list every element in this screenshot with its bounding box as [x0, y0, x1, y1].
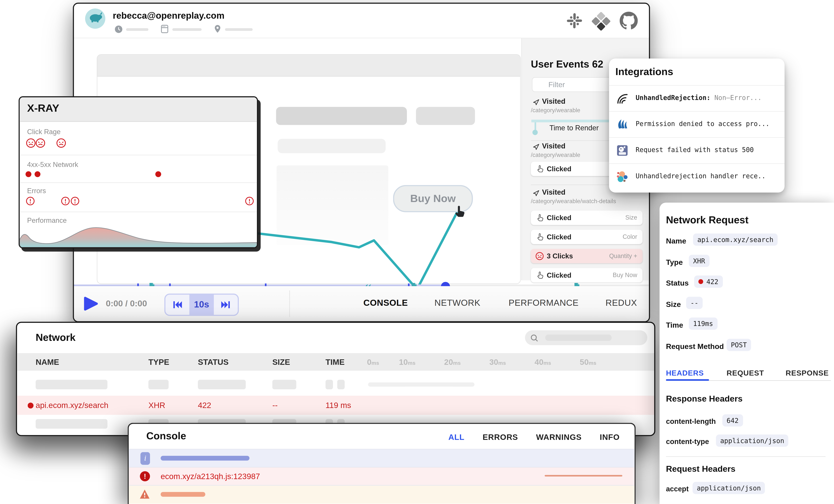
- request-type-value: XHR: [689, 255, 709, 267]
- col-time[interactable]: TIME: [326, 357, 345, 367]
- stage-navbar-skeleton: [97, 55, 520, 76]
- col-size[interactable]: SIZE: [272, 357, 290, 367]
- error-icon[interactable]: [25, 196, 35, 206]
- waves-icon: [616, 119, 628, 130]
- network-error-row[interactable]: api.ecom.xyz/search XHR 422 -- 119 ms: [17, 396, 654, 415]
- skip-back-button[interactable]: [166, 294, 190, 315]
- network-request-panel: Network Request Name api.ecom.xyz/search…: [659, 202, 834, 504]
- integration-item[interactable]: Request failed with status 500: [609, 137, 784, 164]
- warning-icon: [139, 489, 150, 499]
- console-tab-errors[interactable]: ERRORS: [483, 432, 518, 441]
- request-method-value: POST: [727, 339, 751, 351]
- error-icon: !: [140, 471, 150, 481]
- hand-pointer-icon: [535, 164, 544, 173]
- tab-performance[interactable]: PERFORMANCE: [509, 298, 578, 308]
- waterfall-bar: [368, 382, 475, 387]
- tab-redux[interactable]: REDUX: [606, 298, 637, 308]
- header-key: content-type: [666, 438, 709, 446]
- time-tick: 0ms: [367, 357, 379, 367]
- xray-panel: X-RAY Click Rage 4xx-5xx Network Errors …: [19, 96, 258, 248]
- time-tick: 50ms: [580, 357, 596, 367]
- rage-face-icon[interactable]: [25, 138, 36, 148]
- user-events-count: 62: [592, 59, 603, 70]
- info-icon: i: [140, 452, 150, 465]
- user-events-title: User Events 62: [531, 59, 603, 70]
- location-pin-icon: [213, 24, 222, 33]
- tab-headers[interactable]: HEADERS: [666, 369, 704, 377]
- visited-icon: [532, 98, 540, 106]
- stage-title-skeleton: [276, 107, 407, 125]
- hand-pointer-icon: [535, 271, 544, 279]
- event-label[interactable]: Visited: [542, 188, 565, 196]
- active-tab-underline: [666, 379, 709, 381]
- hand-pointer-icon: [535, 213, 544, 222]
- event-target: Size: [626, 214, 637, 221]
- rage-face-icon[interactable]: [35, 138, 46, 148]
- skip-interval-label: 10s: [190, 294, 214, 315]
- network-search-input[interactable]: [525, 330, 648, 345]
- field-label: Type: [666, 258, 683, 266]
- tab-network[interactable]: NETWORK: [435, 298, 481, 308]
- warning-message-skeleton: [161, 492, 205, 497]
- visited-icon: [532, 143, 540, 150]
- tab-response[interactable]: RESPONSE: [786, 369, 829, 377]
- event-label[interactable]: Visited: [542, 142, 565, 150]
- console-error-row[interactable]: ! ecom.xyz/a213qh.js:123987: [129, 467, 634, 486]
- console-tab-all[interactable]: ALL: [448, 432, 465, 441]
- tab-console[interactable]: CONSOLE: [363, 298, 408, 308]
- console-tab-warnings[interactable]: WARNINGS: [536, 432, 582, 441]
- session-header: rebecca@openreplay.com: [74, 4, 649, 38]
- rage-face-icon[interactable]: [56, 138, 66, 148]
- session-user-email: rebecca@openreplay.com: [113, 10, 224, 21]
- play-button[interactable]: [84, 296, 98, 311]
- col-name[interactable]: NAME: [36, 357, 59, 367]
- error-icon[interactable]: [70, 196, 80, 206]
- controls-divider: [289, 290, 290, 317]
- event-label[interactable]: Time to Render: [550, 124, 599, 132]
- integration-item[interactable]: Permission denied to access pro...: [609, 111, 784, 138]
- click-rage-label: Click Rage: [27, 128, 61, 136]
- error-icon[interactable]: [61, 196, 70, 206]
- col-type[interactable]: TYPE: [149, 357, 169, 367]
- network-error-dot[interactable]: [25, 171, 31, 177]
- status-dot: [28, 402, 34, 408]
- stage-image-skeleton: [277, 166, 388, 245]
- event-card[interactable]: ClickedBuy Now: [531, 268, 642, 282]
- event-card[interactable]: ClickedSize: [531, 211, 642, 225]
- console-warning-row[interactable]: [129, 485, 634, 504]
- integration-item[interactable]: Unhandledrejection handler rece..: [609, 163, 784, 190]
- request-headers-title: Request Headers: [666, 464, 736, 474]
- slack-icon[interactable]: [567, 13, 583, 29]
- github-icon[interactable]: [620, 12, 638, 30]
- header-value: application/json: [693, 482, 765, 494]
- event-path: /category/wearable: [531, 107, 580, 113]
- event-target: Quantity +: [609, 253, 637, 259]
- error-icon[interactable]: [245, 196, 254, 206]
- network-error-dot[interactable]: [35, 171, 40, 177]
- tab-request[interactable]: REQUEST: [727, 369, 764, 377]
- network-error-dot[interactable]: [155, 171, 161, 177]
- field-label: Name: [666, 237, 686, 245]
- jira-icon[interactable]: [591, 11, 611, 31]
- integration-item[interactable]: UnhandledRejection: Non–Error...: [609, 85, 784, 112]
- visited-icon: [532, 189, 540, 197]
- console-tab-info[interactable]: INFO: [600, 432, 620, 441]
- console-title: Console: [146, 430, 186, 442]
- col-status[interactable]: STATUS: [198, 357, 228, 367]
- console-window: Console ALL ERRORS WARNINGS INFO i ! eco…: [128, 423, 636, 504]
- network-request-title: Network Request: [666, 214, 749, 226]
- player-controls: 0:00 / 0:00 10s CONSOLE NETWORK PERFORMA…: [74, 286, 649, 321]
- console-info-row[interactable]: i: [129, 449, 634, 467]
- event-label[interactable]: Visited: [542, 97, 565, 105]
- field-label: Status: [666, 279, 689, 287]
- header-value: application/json: [716, 435, 789, 447]
- ttr-dot: [532, 130, 537, 135]
- skip-forward-button[interactable]: [214, 294, 238, 315]
- rage-face-icon: [535, 251, 544, 261]
- errors-label: Errors: [27, 187, 46, 195]
- event-path: /category/wearable: [531, 152, 580, 158]
- event-card[interactable]: ClickedColor: [531, 230, 642, 244]
- network-table-header: NAME TYPE STATUS SIZE TIME 0ms 10ms 20ms…: [17, 353, 654, 371]
- rage-click-card[interactable]: 3 ClicksQuantity +: [531, 249, 642, 263]
- elastic-icon: [616, 171, 628, 182]
